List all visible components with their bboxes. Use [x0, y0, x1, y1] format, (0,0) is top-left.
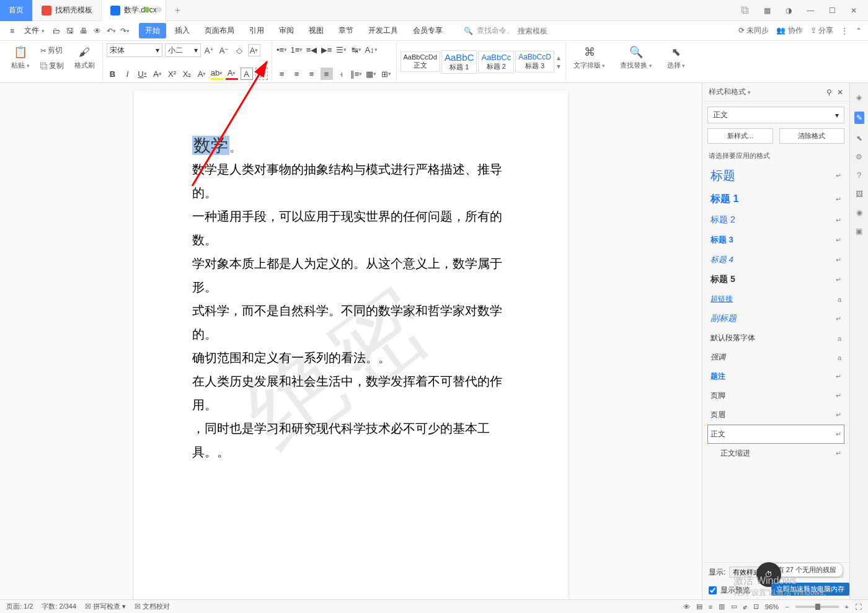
cut-button[interactable]: ✂ 剪切 [37, 43, 67, 58]
tab-marks-button[interactable]: ↹ [350, 43, 363, 56]
present-icon[interactable]: ▣ [856, 227, 862, 236]
redo-button[interactable]: ↷ [119, 25, 130, 37]
skin-icon[interactable]: ◑ [782, 4, 795, 17]
close-panel-icon[interactable]: ✕ [837, 88, 843, 97]
style-item[interactable]: 默认段落字体a [707, 329, 844, 348]
style-item[interactable]: 题注↵ [707, 367, 844, 386]
style-item[interactable]: 标题 2↵ [707, 210, 844, 230]
snap-to-grid-button[interactable]: ☰ [335, 43, 348, 56]
minimize-button[interactable]: — [803, 4, 818, 17]
styles-tab-icon[interactable]: ✎ [854, 112, 864, 124]
pin-icon[interactable]: ⚲ [826, 88, 832, 97]
collapse-ribbon-icon[interactable]: ⌃ [856, 27, 862, 35]
style-h3[interactable]: AaBbCcD标题 3 [515, 51, 554, 73]
style-item[interactable]: 标题 1↵ [707, 188, 844, 210]
align-left-button[interactable]: ≡ [276, 68, 288, 80]
strike-button[interactable]: A̶ [151, 68, 164, 80]
style-item[interactable]: 正文缩进↵ [707, 444, 844, 463]
find-replace-button[interactable]: 🔍查找替换 [616, 43, 656, 71]
menu-tab-view[interactable]: 视图 [303, 23, 330, 38]
coop-button[interactable]: 👥 协作 [776, 25, 802, 36]
tab-template[interactable]: 找稻壳模板 [33, 0, 102, 21]
clear-format-button[interactable]: 清除格式 [779, 128, 845, 144]
document-area[interactable]: 绝密 数学。 数学是人类对事物的抽象结构与模式进行严格描述、推导的。一种通用手段… [0, 83, 702, 599]
spellcheck-toggle[interactable]: ☒ 拼写检查 ▾ [85, 602, 126, 611]
proof-toggle[interactable]: ☒ 文档校对 [135, 602, 170, 611]
menu-tab-vip[interactable]: 会员专享 [407, 23, 449, 38]
style-item[interactable]: 标题 4↵ [707, 250, 844, 270]
zoom-fit-icon[interactable]: ⊡ [753, 602, 759, 611]
more-icon[interactable]: ⋮ [841, 27, 848, 35]
location-icon[interactable]: ◉ [856, 208, 862, 217]
image-icon[interactable]: 🖼 [856, 190, 863, 198]
current-style-select[interactable]: 正文▾ [707, 107, 844, 123]
text-direction-button[interactable]: A↕ [365, 43, 378, 56]
style-item[interactable]: 标题 3↵ [707, 230, 844, 250]
tab-home[interactable]: 首页 [0, 0, 33, 21]
font-color-button[interactable]: A [226, 68, 238, 80]
style-gallery-more[interactable]: ▴▾ [556, 53, 562, 71]
italic-button[interactable]: I [122, 68, 134, 80]
character-border-icon[interactable]: A [248, 44, 260, 56]
format-painter-button[interactable]: 🖌格式刷 [71, 43, 99, 71]
grid-icon[interactable]: ▦ [760, 4, 774, 17]
search-input[interactable] [518, 27, 567, 35]
font-family-select[interactable]: 宋体▾ [107, 43, 162, 57]
line-spacing-button[interactable]: ‖≡ [350, 68, 363, 80]
menu-tab-chapter[interactable]: 章节 [332, 23, 360, 38]
zoom-in-button[interactable]: + [845, 603, 849, 611]
doc-title[interactable]: 数学 [192, 136, 229, 155]
maximize-button[interactable]: ☐ [825, 4, 839, 17]
underline-button[interactable]: U [136, 68, 149, 80]
print-preview-icon[interactable]: 👁 [92, 25, 103, 37]
clear-format-icon[interactable]: ◇ [233, 44, 246, 56]
enclose-char-button[interactable]: 字 [255, 68, 268, 80]
zoom-out-button[interactable]: − [785, 603, 789, 611]
align-right-button[interactable]: ≡ [306, 68, 318, 80]
zoom-slider[interactable] [795, 606, 839, 608]
style-item[interactable]: 标题↵ [707, 163, 844, 188]
view-print-icon[interactable]: ▤ [696, 602, 702, 611]
borders-button[interactable]: ⊞ [380, 68, 392, 80]
numbering-button[interactable]: 1≡ [291, 43, 303, 56]
align-center-button[interactable]: ≡ [291, 68, 303, 80]
superscript-button[interactable]: X² [166, 68, 179, 80]
menu-tab-dev[interactable]: 开发工具 [362, 23, 404, 38]
save-icon[interactable]: 🖫 [64, 25, 76, 37]
style-item[interactable]: 正文↵ [707, 425, 844, 444]
tab-document[interactable]: 数学.docx [102, 0, 166, 21]
view-outline-icon[interactable]: ≡ [709, 603, 712, 611]
settings-icon[interactable]: ⚙ [856, 152, 862, 161]
open-icon[interactable]: 🗁 [51, 25, 62, 37]
diamond-icon[interactable]: ◈ [856, 93, 862, 102]
highlight-button[interactable]: ab [211, 68, 223, 80]
command-search[interactable]: 🔍 查找命令、 [464, 25, 567, 36]
align-justify-button[interactable]: ≡ [321, 68, 333, 80]
style-item[interactable]: 页眉↵ [707, 405, 844, 425]
view-read-icon[interactable]: ▭ [731, 602, 737, 611]
hamburger-icon[interactable]: ≡ [6, 25, 18, 37]
close-window-button[interactable]: ✕ [847, 4, 861, 17]
copy-button[interactable]: ⿻ 复制 [37, 59, 67, 73]
decrease-indent-button[interactable]: ≡◀ [306, 43, 318, 56]
decrease-font-icon[interactable]: A⁻ [218, 44, 231, 56]
text-effects-button[interactable]: A [196, 68, 208, 80]
paste-button[interactable]: 📋粘贴 [7, 43, 33, 71]
style-item[interactable]: 页脚↵ [707, 386, 844, 405]
doc-body[interactable]: 数学是人类对事物的抽象结构与模式进行严格描述、推导的。一种通用手段，可以应用于现… [192, 157, 510, 464]
style-normal[interactable]: AaBbCcDd正文 [401, 51, 440, 72]
ruler-icon[interactable]: ⸙ [743, 603, 747, 611]
char-shading-button[interactable]: A [241, 68, 253, 80]
menu-tab-review[interactable]: 审阅 [273, 23, 300, 38]
undo-button[interactable]: ↶ [105, 25, 117, 37]
font-size-select[interactable]: 小二▾ [165, 43, 201, 57]
share-button[interactable]: ⇪ 分享 [810, 25, 833, 36]
zoom-value[interactable]: 96% [765, 603, 779, 611]
shading-button[interactable]: ▦ [365, 68, 378, 80]
distribute-button[interactable]: ⫞ [335, 68, 348, 80]
close-dot-icon[interactable] [156, 7, 162, 12]
word-count[interactable]: 字数: 2/344 [42, 602, 76, 611]
file-menu[interactable]: 文件 [20, 24, 48, 38]
menu-tab-reference[interactable]: 引用 [243, 23, 270, 38]
text-layout-button[interactable]: ⌘文字排版 [570, 43, 609, 71]
